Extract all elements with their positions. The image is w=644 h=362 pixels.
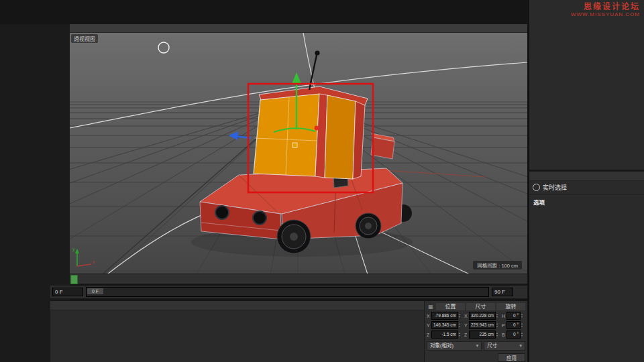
car-front-wheel[interactable] [277, 220, 311, 253]
attribute-menu [529, 172, 644, 181]
car-handle-front[interactable] [371, 137, 394, 159]
object-manager [529, 0, 644, 171]
car-antenna-tip[interactable] [315, 50, 319, 55]
size-z-field[interactable]: Z235 cm [464, 330, 500, 339]
slider-handle[interactable]: 0 F [87, 288, 103, 294]
timeline-slider[interactable]: 0 F [86, 287, 489, 297]
spinner-icon[interactable] [459, 332, 463, 337]
position-y-field[interactable]: Y146.345 cm [427, 321, 463, 329]
attribute-manager: 实时选择 选项 [529, 172, 644, 362]
car-cabin-selected[interactable] [254, 86, 368, 179]
car-headlight-left[interactable] [215, 206, 229, 219]
watermark-title: 思缘设计论坛 [571, 2, 640, 11]
tool-title-label: 实时选择 [543, 183, 567, 192]
grid-spacing-badge: 网格间距 : 100 cm [473, 261, 522, 269]
spinner-icon[interactable] [459, 322, 463, 328]
rotation-p-field[interactable]: P0 ° [502, 321, 525, 329]
end-frame-field[interactable]: 90 F [492, 288, 513, 296]
spinner-icon[interactable] [496, 332, 500, 337]
chevron-down-icon: ▾ [519, 342, 522, 350]
size-x-field[interactable]: X320.228 cm [464, 312, 500, 320]
tool-title: 实时选择 [529, 181, 644, 194]
coordinates-icon: ▦ [427, 303, 435, 310]
viewport-3d[interactable]: y x 透视视图 网格间距 : 100 cm [70, 33, 527, 274]
spinner-icon[interactable] [521, 322, 525, 328]
viewport-view-label: 透视视图 [71, 34, 98, 43]
watermark-url: WWW.MISSYUAN.COM [571, 11, 640, 18]
gizmo-x-handle[interactable] [315, 126, 319, 131]
svg-text:y: y [72, 247, 75, 252]
size-y-field[interactable]: Y229.943 cm [464, 321, 500, 329]
timeline-ruler[interactable] [70, 274, 527, 284]
live-selection-icon [533, 184, 540, 191]
position-x-field[interactable]: X-79.886 cm [427, 312, 463, 320]
viewport-menubar [70, 24, 527, 33]
watermark: 思缘设计论坛 WWW.MISSYUAN.COM [571, 2, 640, 18]
rotation-header: 旋转 [496, 303, 525, 310]
materials-menu [50, 301, 424, 310]
options-section-header: 选项 [529, 194, 644, 207]
timeline-ticks [79, 274, 510, 284]
rotation-b-field[interactable]: B0 ° [502, 330, 525, 339]
timeline-playhead[interactable] [70, 275, 78, 284]
car-headlight-right[interactable] [253, 211, 266, 225]
spinner-icon[interactable] [459, 313, 463, 318]
position-z-field[interactable]: Z-1.5 cm [427, 330, 463, 339]
transport-bar: 0 F 0 F 90 F [50, 286, 527, 299]
right-panel: 实时选择 选项 [529, 0, 644, 362]
size-mode-dropdown[interactable]: 尺寸▾ [484, 341, 525, 351]
chevron-down-icon: ▾ [476, 342, 479, 350]
svg-text:x: x [93, 259, 95, 264]
coord-mode-dropdown[interactable]: 对象(相对)▾ [427, 341, 482, 351]
current-frame-field[interactable]: 0 F [52, 288, 83, 296]
car-rear-wheel[interactable] [356, 213, 381, 239]
spinner-icon[interactable] [496, 313, 500, 318]
spinner-icon[interactable] [521, 332, 525, 337]
size-header: 尺寸 [466, 303, 495, 310]
gizmo-origin-handle[interactable] [292, 143, 297, 147]
rotation-h-field[interactable]: H0 ° [502, 312, 525, 320]
top-bar [0, 0, 529, 24]
position-header: 位置 [436, 303, 465, 310]
materials-panel [50, 300, 424, 362]
cabin-side-glass[interactable] [325, 95, 356, 179]
spinner-icon[interactable] [521, 313, 525, 318]
viewport-canvas[interactable]: y x [70, 33, 527, 274]
apply-button[interactable]: 应用 [498, 353, 525, 362]
cinema4d-app: 思缘设计论坛 WWW.MISSYUAN.COM MAXON CINEMA 4D [0, 0, 644, 362]
spinner-icon[interactable] [496, 322, 500, 328]
materials-list [50, 310, 424, 314]
coordinates-panel: ▦ 位置 尺寸 旋转 X-79.886 cm X320.228 cm H0 ° … [424, 300, 527, 362]
